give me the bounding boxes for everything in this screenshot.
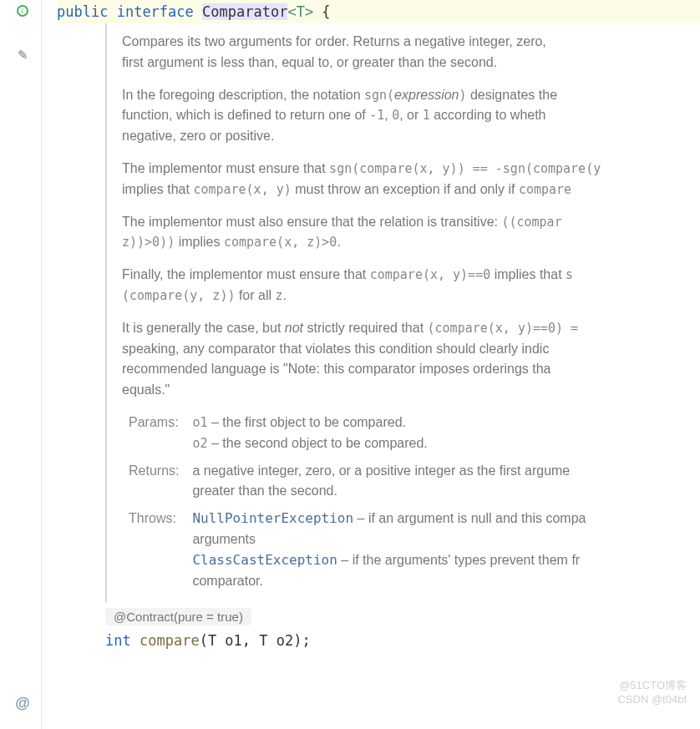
keyword-interface: interface [117, 3, 194, 20]
doc-implementor-2: The implementor must also ensure that th… [122, 212, 700, 254]
doc-params-row: Params: o1 – the first object to be comp… [129, 413, 700, 454]
brace: { [313, 3, 330, 20]
generic-param: <T> [287, 3, 313, 20]
contract-annotation: @Contract(pure = true) [105, 608, 251, 625]
returns-label: Returns: [129, 461, 189, 482]
annotation-at-icon[interactable]: @ [15, 695, 30, 712]
type-name: Comparator [202, 3, 287, 20]
edit-pencil-icon[interactable]: ✎ [15, 48, 30, 63]
link-nullpointerexception[interactable]: NullPointerException [192, 510, 353, 526]
link-classcastexception[interactable]: ClassCastException [192, 552, 337, 568]
method-name: compare [139, 632, 200, 649]
doc-returns-row: Returns: a negative integer, zero, or a … [129, 461, 700, 503]
editor-content[interactable]: public interface Comparator<T> { Compare… [42, 0, 700, 652]
doc-throws-row: Throws: NullPointerException – if an arg… [129, 509, 700, 591]
throws-label: Throws: [129, 509, 189, 529]
watermark-text: @51CTO博客 CSDN @t04bf [617, 678, 687, 706]
return-type: int [105, 632, 131, 649]
editor-gutter: ✎ @ [0, 0, 42, 729]
params-label: Params: [129, 413, 189, 433]
interface-declaration-line[interactable]: public interface Comparator<T> { [57, 0, 700, 23]
doc-note: It is generally the case, but not strict… [122, 318, 700, 401]
doc-sgn-paragraph: In the foregoing description, the notati… [122, 85, 700, 147]
doc-implementor-3: Finally, the implementor must ensure tha… [122, 265, 700, 306]
method-signature-line[interactable]: int compare(T o1, T o2); [105, 629, 700, 652]
keyword-public: public [57, 3, 108, 20]
override-indicator-icon[interactable] [15, 5, 30, 19]
javadoc-rendered: Compares its two arguments for order. Re… [105, 23, 700, 603]
doc-implementor-1: The implementor must ensure that sgn(com… [122, 159, 700, 200]
doc-tags: Params: o1 – the first object to be comp… [129, 413, 700, 591]
doc-summary: Compares its two arguments for order. Re… [122, 32, 700, 73]
